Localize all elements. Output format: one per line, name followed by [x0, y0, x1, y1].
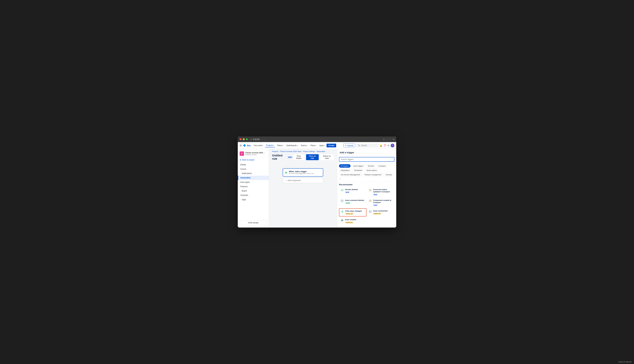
filter-jira-service[interactable]: Jira Service Management	[339, 173, 362, 176]
breadcrumb-team[interactable]: iThome Ironman 2024 Team	[280, 150, 302, 152]
sidebar-item-details[interactable]: Details	[238, 162, 269, 167]
trigger-issue-commented[interactable]: 💬 Issue commented POPULAR	[367, 208, 394, 216]
comment-icon: 💬	[340, 199, 344, 202]
filter-release[interactable]: Release management	[363, 173, 383, 176]
breadcrumb-automation[interactable]: Automation	[317, 150, 326, 152]
trigger-text: When: Add a trigger An event that trigge…	[289, 170, 314, 174]
new-badge: NEW	[287, 156, 293, 158]
apps-nav[interactable]: Apps ▾	[318, 144, 326, 147]
trigger-field-value-changed[interactable]: ⬆ Field value changed POPULAR	[339, 208, 366, 216]
bookmark-icon[interactable]: □	[386, 138, 388, 140]
more-filters[interactable]: ···	[339, 177, 341, 180]
return-to-rules-button[interactable]: Return to rules	[320, 154, 334, 160]
filter-issue-triggers[interactable]: Issue triggers	[352, 164, 365, 168]
trigger-card[interactable]: ▶ When: Add a trigger An event that trig…	[283, 168, 323, 176]
search-box[interactable]: 🔍	[356, 144, 378, 147]
canvas-area: ▶ When: Add a trigger An event that trig…	[269, 162, 337, 228]
search-icon: 🔍	[358, 144, 360, 146]
minimize-button[interactable]	[243, 138, 244, 140]
field-icon: ⬆	[340, 210, 344, 213]
filter-compass[interactable]: Compass	[377, 164, 387, 168]
plans-nav[interactable]: Plans ▾	[309, 144, 318, 147]
trigger-version-deleted[interactable]: 🏷 Version deleted NEW	[339, 187, 366, 197]
plus-circle-icon: ➕	[340, 218, 344, 222]
avatar[interactable]: Y	[391, 144, 394, 148]
main-layout: iT iThome Ironman 2024 ... Software proj…	[238, 149, 396, 228]
rule-details-button[interactable]: Rule details	[293, 154, 305, 160]
search-triggers-container	[337, 156, 396, 163]
filter-security[interactable]: Security	[384, 173, 394, 176]
your-work-nav[interactable]: Your work ▾	[252, 144, 264, 147]
maximize-button[interactable]	[246, 138, 248, 140]
forward-nav[interactable]: ›	[265, 138, 266, 140]
recommended-grid: 🏷 Version deleted NEW 🧭 Scorecard status…	[339, 187, 394, 225]
turn-on-button[interactable]: Turn on rule	[306, 154, 319, 160]
dashboards-nav[interactable]: Dashboards ▾	[285, 144, 299, 147]
sidebar-item-apps[interactable]: › Apps	[238, 198, 269, 202]
filters-nav[interactable]: Filters ▾	[276, 144, 284, 147]
settings-icon[interactable]: ⚙	[387, 144, 390, 147]
issue-comment-icon: 💬	[368, 210, 372, 213]
breadcrumb: Projects / iThome Ironman 2024 Team / Pr…	[269, 149, 337, 153]
play-icon: ▶	[286, 171, 287, 174]
share-icon[interactable]: ⬆	[383, 138, 385, 140]
jira-logo[interactable]: 🔷 Jira	[243, 144, 250, 147]
search-triggers-input[interactable]	[339, 157, 394, 162]
breadcrumb-projects[interactable]: Projects	[272, 150, 278, 152]
back-to-project[interactable]: ⊕ Back to project	[238, 158, 269, 162]
close-button[interactable]	[240, 138, 242, 140]
add-component[interactable]: + Add component	[283, 178, 323, 183]
help-icon[interactable]: ❓	[384, 144, 386, 147]
project-header: iT iThome Ironman 2024 ... Software proj…	[238, 150, 269, 157]
canvas-content: ▶ When: Add a trigger An event that trig…	[283, 168, 323, 183]
recommended-title: Recommended	[339, 184, 394, 186]
topnav-right: ✦ Upgrade 🔍 🔔 ❓ ⚙ Y	[343, 144, 394, 148]
trigger-scorecard-status[interactable]: 🧭 Scorecard status updated in Compass NE…	[367, 187, 394, 197]
sidebar-item-issue-types[interactable]: Issue types	[238, 180, 269, 184]
filter-integrations[interactable]: Integrations	[339, 168, 351, 172]
invite-button[interactable]: Invite people	[240, 220, 267, 225]
page-title: Untitled rule	[272, 154, 286, 160]
header-actions: Rule details Turn on rule Return to rule…	[293, 154, 334, 160]
sidebar-item-access[interactable]: Access	[238, 167, 269, 171]
upgrade-button[interactable]: ✦ Upgrade	[343, 144, 355, 147]
breadcrumb-settings[interactable]: Project settings	[303, 150, 315, 152]
right-panel: Add a trigger All triggers Issue trigger…	[337, 149, 396, 228]
filter-quick-actions[interactable]: Quick actions	[365, 168, 378, 172]
sidebar-item-board[interactable]: › Board	[238, 189, 269, 193]
search-input[interactable]	[361, 144, 377, 146]
teams-nav[interactable]: Teams ▾	[300, 144, 308, 147]
new-tab-icon[interactable]: +	[390, 138, 391, 140]
create-button[interactable]: Create	[326, 144, 336, 148]
page-title-area: Untitled rule NEW	[272, 154, 293, 160]
filter-scheduled[interactable]: Scheduled	[352, 168, 364, 172]
content-area: Projects / iThome Ironman 2024 Team / Pr…	[269, 149, 337, 228]
trigger-component-created[interactable]: 🧭 Component created in Compass NEW	[367, 198, 394, 208]
star-icon: ✦	[345, 144, 346, 146]
compass-icon: 🧭	[368, 188, 372, 192]
trigger-issue-created[interactable]: ➕ Issue created POPULAR	[339, 217, 366, 225]
sidebar-toggle-icon[interactable]: ⊞	[393, 138, 394, 140]
filter-all-triggers[interactable]: All triggers	[339, 164, 350, 168]
back-icon: ⊕	[240, 159, 241, 161]
recommended-section: Recommended 🏷 Version deleted NEW 🧭	[337, 182, 396, 226]
notification-icon[interactable]: 🔔	[380, 144, 382, 147]
sidebar-item-automation[interactable]: Automation	[238, 176, 269, 180]
titlebar: ▭ 私密測覽 ‹ › ⬆ □ + ⊞	[238, 136, 396, 142]
plus-icon: +	[285, 179, 286, 182]
footer-user: Yuehu Lin (fntsr.tw)	[618, 361, 632, 363]
back-nav[interactable]: ‹	[262, 138, 263, 140]
panel-title: Add a trigger	[337, 149, 396, 156]
sidebar-item-toolchain[interactable]: Toolchain	[238, 193, 269, 198]
grid-icon[interactable]: ⊞	[240, 144, 242, 147]
trigger-issue-comment-deleted[interactable]: 💬 Issue comment deleted ISSUE	[339, 198, 366, 208]
page-header: Untitled rule NEW Rule details Turn on r…	[269, 153, 337, 162]
top-navigation: ⊞ 🔷 Jira Your work ▾ Projects ▾ Filters …	[238, 142, 396, 149]
version-icon: 🏷	[340, 188, 344, 192]
sidebar-item-features[interactable]: Features	[238, 184, 269, 189]
sidebar-item-notifications[interactable]: › Notifications	[238, 171, 269, 176]
filter-tags: All triggers Issue triggers DevOps Compa…	[337, 163, 396, 182]
projects-nav[interactable]: Projects ▾	[265, 144, 275, 148]
project-info: iThome Ironman 2024 ... Software project	[245, 152, 265, 156]
filter-devops[interactable]: DevOps	[366, 164, 376, 168]
